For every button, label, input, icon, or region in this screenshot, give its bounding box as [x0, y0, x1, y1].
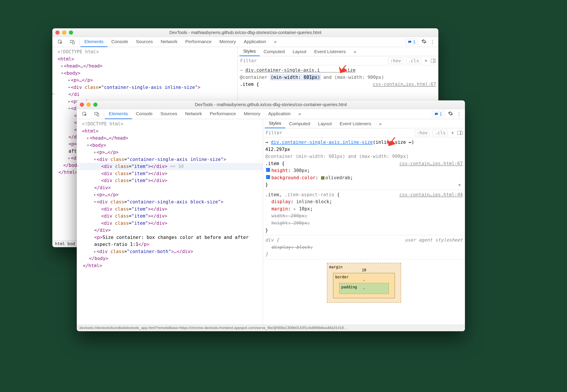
- tab-sources[interactable]: Sources: [132, 37, 157, 47]
- tab-sources[interactable]: Sources: [157, 109, 181, 119]
- caret-icon[interactable]: [94, 194, 96, 196]
- item-div-selected[interactable]: ⋯ <div class="item"></div>== $0: [77, 163, 263, 170]
- body-open[interactable]: <body>: [64, 70, 80, 76]
- hov-toggle[interactable]: :hov: [415, 130, 430, 136]
- box-model[interactable]: margin 10 border - padding -: [327, 263, 401, 303]
- kebab-icon[interactable]: ⋮: [457, 111, 462, 117]
- p-node[interactable]: <p>…</p>: [97, 150, 119, 155]
- html-open[interactable]: <html>: [82, 128, 99, 134]
- caret-open-icon[interactable]: [94, 159, 96, 160]
- tab-network[interactable]: Network: [181, 109, 206, 119]
- device-toggle-icon[interactable]: [91, 112, 103, 117]
- item-div[interactable]: <div class="item"></div>: [77, 177, 263, 184]
- subtab-styles[interactable]: Styles: [239, 47, 260, 56]
- subtab-event-listeners[interactable]: Event Listeners: [336, 119, 375, 128]
- caret-open-icon[interactable]: [68, 87, 70, 88]
- caret-icon[interactable]: [68, 79, 70, 82]
- subtab-more[interactable]: »: [375, 119, 386, 128]
- styles-rules[interactable]: → div.container-single-axis.inline-size(…: [263, 137, 465, 325]
- color-swatch-icon[interactable]: [321, 176, 325, 180]
- head[interactable]: <head>…</head>: [90, 136, 128, 141]
- subtab-more[interactable]: »: [350, 47, 360, 56]
- tab-application[interactable]: Application: [264, 109, 295, 119]
- subtab-layout[interactable]: Layout: [289, 47, 310, 56]
- cls-toggle[interactable]: .cls: [433, 130, 448, 136]
- subtab-computed[interactable]: Computed: [285, 119, 314, 128]
- tab-console[interactable]: Console: [107, 37, 132, 47]
- crumb-html[interactable]: html bod: [55, 241, 75, 246]
- item-div[interactable]: <div class="item"></div>: [77, 220, 263, 227]
- rule2-selector[interactable]: .item, .item-aspect-ratio {: [265, 192, 340, 197]
- caret-open-icon[interactable]: [68, 108, 70, 110]
- dom-tree[interactable]: <!DOCTYPE html> <html> <head>…</head> <b…: [77, 119, 263, 325]
- container3-div[interactable]: <div class="container-both">…</div>: [77, 248, 263, 255]
- tab-elements[interactable]: Elements: [105, 109, 132, 119]
- ellipsis-icon[interactable]: ⋯: [77, 163, 80, 169]
- tab-performance[interactable]: Performance: [206, 109, 240, 119]
- caret-open-icon[interactable]: [87, 145, 89, 146]
- tab-console[interactable]: Console: [132, 109, 157, 119]
- titlebar[interactable]: DevTools - mathiasbynens.github.io/css-d…: [77, 100, 465, 109]
- tab-network[interactable]: Network: [157, 37, 181, 47]
- tab-memory[interactable]: Memory: [215, 37, 240, 47]
- container-rule[interactable]: @container (min-width: 601px) and (max-w…: [240, 74, 436, 81]
- container-rule[interactable]: @container (min-width: 601px) and (max-w…: [265, 153, 463, 160]
- container1-div[interactable]: <div class="container-single-axis inline…: [77, 156, 263, 163]
- subtab-styles[interactable]: Styles: [265, 119, 285, 128]
- body-open[interactable]: <body>: [90, 143, 106, 148]
- titlebar[interactable]: DevTools - mathiasbynens.github.io/css-d…: [52, 28, 438, 37]
- caret-open-icon[interactable]: [61, 72, 63, 74]
- inspect-icon[interactable]: [78, 112, 91, 117]
- container-div[interactable]: <div class="container-single-axis inline…: [52, 84, 238, 91]
- caret-icon[interactable]: [94, 251, 96, 253]
- item-div[interactable]: <div class="item"></div>: [77, 170, 263, 177]
- padding-top-val[interactable]: -: [363, 286, 365, 291]
- prop-display[interactable]: display: inline-block;: [265, 198, 463, 205]
- tab-more[interactable]: »: [270, 37, 281, 47]
- prop-bg[interactable]: background-color: olivedrab;: [265, 174, 463, 182]
- subtab-event-listeners[interactable]: Event Listeners: [310, 47, 350, 56]
- kebab-icon[interactable]: ⋮: [430, 39, 435, 45]
- html-open[interactable]: <html>: [58, 56, 74, 62]
- caret-icon[interactable]: [68, 157, 70, 159]
- subtab-computed[interactable]: Computed: [260, 47, 289, 56]
- filter-input[interactable]: Filter: [266, 130, 412, 136]
- caret-icon[interactable]: [87, 137, 89, 139]
- ellipsis-icon[interactable]: ⋯: [52, 91, 56, 97]
- subtab-layout[interactable]: Layout: [314, 119, 336, 128]
- prop-height[interactable]: height: 300px;: [265, 167, 463, 174]
- filter-input[interactable]: Filter: [240, 58, 385, 63]
- checkbox-icon[interactable]: [266, 168, 270, 172]
- tab-elements[interactable]: Elements: [80, 37, 107, 47]
- source-link[interactable]: css-contain…ies.html:67: [373, 81, 436, 88]
- tab-performance[interactable]: Performance: [181, 37, 215, 47]
- prop-width-overridden[interactable]: width: 200px;: [265, 212, 463, 220]
- head[interactable]: <head>…</head>: [64, 63, 103, 69]
- messages-badge[interactable]: 1: [405, 39, 418, 45]
- sidebar-toggle-icon[interactable]: [431, 59, 436, 63]
- tab-memory[interactable]: Memory: [240, 109, 264, 119]
- new-rule-icon[interactable]: +: [423, 58, 429, 63]
- settings-icon[interactable]: [421, 39, 427, 45]
- messages-badge[interactable]: 1: [432, 111, 445, 117]
- tab-application[interactable]: Application: [240, 37, 270, 47]
- source-link[interactable]: css-contain…ies.html:44: [399, 191, 463, 198]
- item-div[interactable]: <div class="item"></div>: [77, 206, 263, 213]
- caret-icon[interactable]: [68, 101, 70, 103]
- inspect-icon[interactable]: [54, 39, 66, 45]
- cls-toggle[interactable]: .cls: [406, 57, 421, 64]
- source-link[interactable]: css-contain…ies.html:67: [399, 160, 463, 167]
- hov-toggle[interactable]: :hov: [388, 57, 403, 64]
- caret-open-icon[interactable]: [94, 201, 96, 203]
- container2-div[interactable]: <div class="container-single-axis block-…: [77, 198, 263, 206]
- device-toggle-icon[interactable]: [66, 39, 78, 45]
- add-prop-icon[interactable]: +: [456, 181, 463, 189]
- checkbox-icon[interactable]: [266, 175, 270, 179]
- container-target[interactable]: → div.container-single-axis.inline-size(…: [265, 139, 463, 146]
- p-node[interactable]: <p>…</p>: [97, 192, 119, 197]
- caret-icon[interactable]: [94, 151, 96, 154]
- prop-margin[interactable]: margin: ▸ 10px;: [265, 205, 463, 212]
- item-div[interactable]: <div class="item"></div>: [77, 212, 263, 220]
- tab-more[interactable]: »: [294, 109, 305, 119]
- new-rule-icon[interactable]: +: [449, 130, 456, 136]
